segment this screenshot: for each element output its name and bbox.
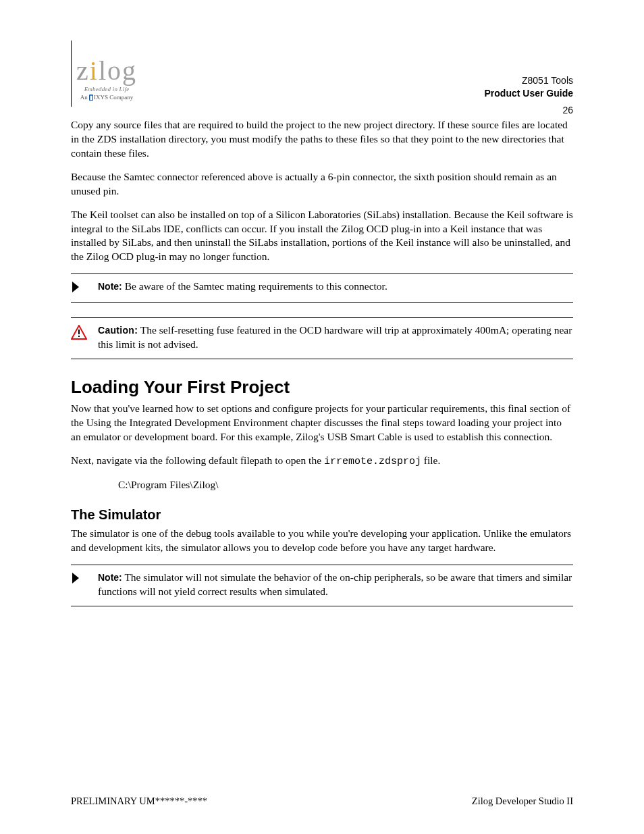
footer-doc-id: PRELIMINARY UM******-**** [71, 796, 207, 807]
paragraph-keil-silabs: The Keil toolset can also be installed o… [71, 208, 573, 265]
heading-loading-first-project: Loading Your First Project [71, 377, 573, 398]
note-callout: Note: Be aware of the Samtec mating requ… [71, 273, 573, 303]
note-label: Note: [98, 281, 122, 292]
svg-marker-4 [72, 573, 79, 583]
logo-subline-prefix: An [80, 94, 89, 101]
logo-wordmark: zilog [76, 57, 137, 84]
header-product-line-1: Z8051 Tools [485, 74, 573, 87]
caution-label: Caution: [98, 325, 138, 336]
paragraph-copy-source: Copy any source files that are required … [71, 118, 573, 161]
note-callout-simulator: Note: The simulator will not simulate th… [71, 565, 573, 606]
chevron-right-icon [71, 572, 80, 586]
page-content: Copy any source files that are required … [71, 118, 573, 606]
note-text: Note: Be aware of the Samtec mating requ… [98, 280, 573, 295]
logo-subline-suffix: Company [108, 94, 133, 101]
header-product-line-2: Product User Guide [485, 87, 573, 100]
svg-rect-3 [78, 336, 80, 337]
note2-icon-gutter [71, 571, 98, 599]
note2-label: Note: [98, 572, 122, 583]
note-icon-gutter [71, 280, 98, 295]
logo-tagline: Embedded in Life [76, 86, 137, 93]
paragraph-loading-lead: Now that you've learned how to set optio… [71, 402, 573, 444]
filepath-filename: irremote.zdsproj [324, 456, 421, 467]
chevron-right-icon [71, 281, 80, 295]
warning-triangle-icon [71, 325, 87, 342]
caution-icon-gutter [71, 323, 98, 352]
filepath-prefix: Next, navigate via the following default… [71, 454, 324, 466]
page: zilog Embedded in Life An ▮IXYS Company … [0, 0, 644, 834]
ixys-badge: ▮ [89, 95, 93, 101]
svg-rect-2 [78, 330, 80, 334]
footer-section: Zilog Developer Studio II [472, 796, 573, 807]
heading-simulator: The Simulator [71, 507, 573, 523]
note2-body: The simulator will not simulate the beha… [98, 571, 572, 597]
note2-text: Note: The simulator will not simulate th… [98, 571, 573, 599]
paragraph-filepath: Next, navigate via the following default… [71, 454, 573, 469]
filepath-value: C:\Program Files\Zilog\ [118, 478, 573, 492]
svg-marker-0 [72, 282, 79, 292]
page-footer: PRELIMINARY UM******-**** Zilog Develope… [71, 796, 573, 807]
paragraph-samtec-6pin: Because the Samtec connector referenced … [71, 170, 573, 199]
logo-subline-brand: IXYS [94, 94, 108, 101]
header-right: Z8051 Tools Product User Guide 26 [485, 74, 573, 117]
caution-callout: Caution: The self-resetting fuse feature… [71, 317, 573, 359]
header-side-rule [71, 41, 72, 107]
caution-body: The self-resetting fuse featured in the … [98, 324, 572, 350]
header-page-number: 26 [485, 104, 573, 117]
caution-text: Caution: The self-resetting fuse feature… [98, 323, 573, 352]
filepath-suffix: file. [421, 454, 440, 466]
company-logo: zilog Embedded in Life An ▮IXYS Company [76, 57, 137, 101]
note-body: Be aware of the Samtec mating requiremen… [122, 280, 387, 292]
logo-subline: An ▮IXYS Company [76, 94, 137, 101]
paragraph-simulator-lead: The simulator is one of the debug tools … [71, 527, 573, 555]
